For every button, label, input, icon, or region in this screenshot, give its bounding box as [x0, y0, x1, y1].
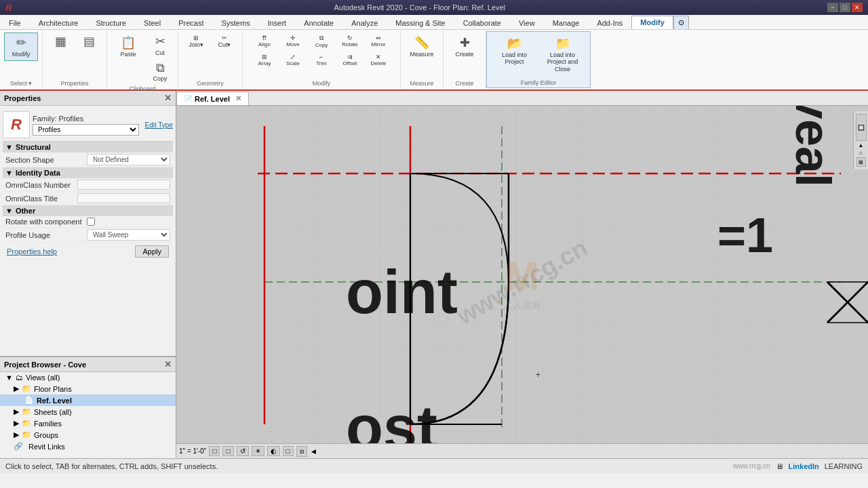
create-button[interactable]: ✚ Create [448, 33, 481, 61]
properties-title: Properties [4, 94, 41, 102]
tab-massing[interactable]: Massing & Site [387, 16, 454, 29]
browser-ref-level[interactable]: 📄 Ref. Level [0, 394, 176, 406]
profile-usage-dropdown[interactable]: Wall Sweep [87, 229, 170, 241]
omniclass-title-input[interactable] [77, 193, 170, 203]
browser-revit-links[interactable]: 🔗 Revit Links [0, 441, 176, 452]
ribbon-tabs: File Architecture Structure Steel Precas… [0, 15, 868, 30]
browser-views-all[interactable]: ▼ 🗂 Views (all) [0, 372, 176, 383]
browser-families[interactable]: ▶ 📁 Families [0, 418, 176, 429]
omniclass-number-label: OmniClass Number [5, 181, 77, 189]
offset-button[interactable]: ⇉Offset [336, 52, 363, 68]
family-dropdown[interactable]: Profiles [33, 124, 139, 136]
create-group-label: Create [455, 79, 473, 87]
tab-architecture[interactable]: Architecture [30, 16, 87, 29]
nav-cube-box[interactable]: 🔲 [856, 114, 867, 141]
tab-contextual[interactable]: ⊙ [673, 16, 689, 29]
trim-button[interactable]: ⌐Trim [308, 52, 335, 68]
project-browser-close-button[interactable]: ✕ [164, 359, 172, 369]
tab-view[interactable]: View [510, 16, 544, 29]
omniclass-number-input[interactable] [77, 180, 170, 190]
copy-modify-button[interactable]: ⧉Copy [308, 33, 335, 50]
create-label: Create [455, 51, 473, 58]
modify-button[interactable]: ✏ Modify [4, 33, 38, 61]
paste-button[interactable]: 📋 Paste [111, 33, 145, 84]
section-shape-row: Section Shape Not Defined [3, 152, 173, 167]
tab-manage[interactable]: Manage [544, 16, 589, 29]
delete-button[interactable]: ✕Delete [365, 52, 392, 68]
tab-precast[interactable]: Precast [170, 16, 212, 29]
view-btn-crop[interactable]: ⧈ [296, 446, 307, 457]
tab-collaborate[interactable]: Collaborate [454, 16, 510, 29]
families-expand-icon: ▶ [14, 419, 19, 428]
view-btn-2[interactable]: □ [222, 446, 233, 456]
view-tab-label: Ref. Level [195, 95, 230, 103]
cut-geometry-button[interactable]: ✂Cut▾ [211, 33, 238, 50]
view-btn-sun[interactable]: ☀ [252, 446, 264, 456]
rotate-button[interactable]: ↻Rotate [336, 33, 363, 49]
scale-button[interactable]: ⤢Scale [279, 52, 307, 68]
view-btn-shadow[interactable]: ◐ [267, 446, 280, 456]
load-into-project-button[interactable]: 📂 Load into Project [491, 33, 538, 77]
align-button[interactable]: ⇈Align [251, 33, 278, 49]
other-section[interactable]: ▼ Other [3, 205, 173, 216]
tab-steel[interactable]: Steel [135, 16, 170, 29]
view-btn-render[interactable]: □ [283, 446, 294, 456]
views-expand-icon: ▼ [5, 373, 13, 382]
array-icon: ⊞ [262, 54, 267, 60]
measure-button[interactable]: 📏 Measure [405, 33, 439, 61]
zoom-extent-btn[interactable]: ⊠ [856, 157, 866, 167]
maximize-button[interactable]: □ [840, 3, 850, 12]
tab-analyze[interactable]: Analyze [342, 16, 387, 29]
tab-addins[interactable]: Add-Ins [588, 16, 631, 29]
tab-insert[interactable]: Insert [259, 16, 296, 29]
statusbar: Click to select, TAB for alternates, CTR… [0, 458, 868, 473]
tab-modify[interactable]: Modify [631, 16, 673, 29]
mirror-button[interactable]: ⇔Mirror [365, 33, 392, 49]
view-btn-rotate[interactable]: ↺ [237, 446, 249, 456]
view-tab-close[interactable]: ✕ [235, 94, 241, 103]
properties-btn[interactable]: ▦ [47, 33, 74, 52]
family-label: Family: Profiles [33, 115, 139, 123]
close-button[interactable]: ✕ [852, 3, 863, 12]
view-btn-1[interactable]: □ [209, 446, 220, 456]
ribbon-group-select: ✏ Modify Select ▾ [0, 31, 43, 88]
properties-content: R Family: Profiles Profiles Edit Type ▼ … [0, 106, 176, 263]
cut-button[interactable]: ✂ Cut [146, 33, 174, 58]
section-shape-dropdown[interactable]: Not Defined [87, 154, 170, 165]
type-properties-icon: ▤ [83, 35, 95, 49]
canvas-area[interactable]: oint ost ce Reveal =1 www.rrcg.cn M 人人素材… [176, 106, 868, 458]
identity-section[interactable]: ▼ Identity Data [3, 167, 173, 178]
join-button[interactable]: ⊞Join▾ [182, 33, 210, 50]
type-properties-btn[interactable]: ▤ [75, 33, 102, 52]
project-browser-content: ▼ 🗂 Views (all) ▶ 📁 Floor Plans 📄 Ref. L… [0, 372, 176, 452]
tab-annotate[interactable]: Annotate [295, 16, 342, 29]
tab-file[interactable]: File [0, 16, 30, 29]
load-into-project-close-button[interactable]: 📁 Load into Project and Close [539, 33, 586, 77]
properties-help-link[interactable]: Properties help [7, 247, 57, 256]
tab-structure[interactable]: Structure [87, 16, 135, 29]
structural-section[interactable]: ▼ Structural [3, 142, 173, 152]
nav-home-icon[interactable]: ⌂ [859, 150, 863, 156]
view-tab-ref-level[interactable]: 📄 Ref. Level ✕ [176, 92, 249, 105]
browser-sheets[interactable]: ▶ 📁 Sheets (all) [0, 406, 176, 418]
move-button[interactable]: ✛Move [279, 33, 307, 49]
edit-type-link[interactable]: Edit Type [142, 121, 173, 129]
copy-button[interactable]: ⧉ Copy [146, 59, 174, 85]
cut-icon: ✂ [155, 35, 165, 49]
minimize-button[interactable]: − [827, 3, 838, 12]
families-label: Families [34, 420, 62, 428]
apply-button[interactable]: Apply [135, 245, 169, 258]
copy-icon: ⧉ [156, 61, 165, 76]
tab-systems[interactable]: Systems [212, 16, 258, 29]
apply-row: Properties help Apply [3, 243, 173, 260]
modify-icon: ✏ [16, 36, 26, 51]
offset-icon: ⇉ [347, 54, 353, 60]
array-button[interactable]: ⊞Array [251, 52, 278, 68]
browser-floor-plans[interactable]: ▶ 📁 Floor Plans [0, 383, 176, 394]
view-tabs: 📄 Ref. Level ✕ [176, 91, 868, 106]
nav-arrow-left[interactable]: ◀ [311, 448, 316, 455]
browser-groups[interactable]: ▶ 📁 Groups [0, 429, 176, 441]
properties-close-button[interactable]: ✕ [164, 93, 172, 103]
rotate-checkbox[interactable] [87, 218, 95, 226]
ref-level-icon: 📄 [24, 396, 34, 405]
